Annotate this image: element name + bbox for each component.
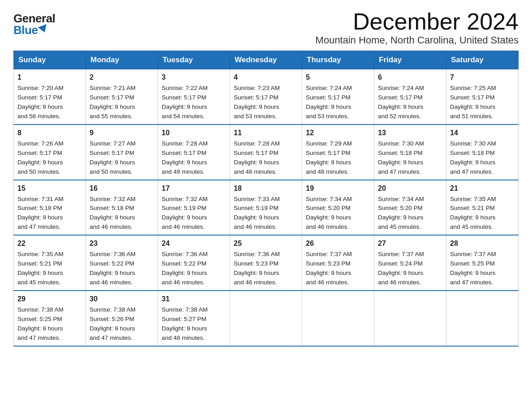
day-number: 21 — [450, 183, 515, 194]
day-info: Sunrise: 7:24 AMSunset: 5:17 PMDaylight:… — [306, 85, 352, 120]
day-info: Sunrise: 7:35 AMSunset: 5:21 PMDaylight:… — [17, 251, 64, 286]
logo-blue-text: Blue — [13, 24, 48, 36]
day-number: 9 — [90, 128, 154, 138]
calendar-cell: 5 Sunrise: 7:24 AMSunset: 5:17 PMDayligh… — [302, 69, 374, 124]
calendar-cell: 6 Sunrise: 7:24 AMSunset: 5:17 PMDayligh… — [374, 69, 446, 124]
day-info: Sunrise: 7:36 AMSunset: 5:23 PMDaylight:… — [234, 251, 280, 286]
day-number: 18 — [234, 183, 298, 194]
page-header: General Blue December 2024 Mountain Home… — [13, 9, 519, 46]
day-number: 17 — [162, 183, 226, 194]
day-info: Sunrise: 7:36 AMSunset: 5:22 PMDaylight:… — [90, 251, 136, 286]
calendar-cell: 27 Sunrise: 7:37 AMSunset: 5:24 PMDaylig… — [374, 235, 446, 291]
calendar-cell: 16 Sunrise: 7:32 AMSunset: 5:18 PMDaylig… — [86, 180, 158, 235]
calendar-cell: 20 Sunrise: 7:34 AMSunset: 5:20 PMDaylig… — [374, 180, 446, 235]
calendar-cell: 28 Sunrise: 7:37 AMSunset: 5:25 PMDaylig… — [446, 235, 519, 291]
calendar-cell: 25 Sunrise: 7:36 AMSunset: 5:23 PMDaylig… — [230, 235, 302, 291]
col-thursday: Thursday — [302, 51, 374, 69]
calendar-cell: 31 Sunrise: 7:38 AMSunset: 5:27 PMDaylig… — [158, 291, 230, 346]
day-number: 31 — [162, 294, 226, 304]
calendar-cell — [230, 291, 302, 346]
day-number: 30 — [90, 294, 154, 304]
day-number: 13 — [378, 128, 442, 138]
calendar-body: 1 Sunrise: 7:20 AMSunset: 5:17 PMDayligh… — [14, 69, 519, 346]
day-info: Sunrise: 7:32 AMSunset: 5:19 PMDaylight:… — [162, 196, 208, 231]
day-number: 28 — [450, 238, 515, 249]
calendar-week-row: 15 Sunrise: 7:31 AMSunset: 5:18 PMDaylig… — [14, 180, 519, 235]
calendar-cell: 7 Sunrise: 7:25 AMSunset: 5:17 PMDayligh… — [446, 69, 519, 124]
day-info: Sunrise: 7:36 AMSunset: 5:22 PMDaylight:… — [162, 251, 208, 286]
day-info: Sunrise: 7:29 AMSunset: 5:17 PMDaylight:… — [306, 140, 352, 175]
day-info: Sunrise: 7:30 AMSunset: 5:18 PMDaylight:… — [378, 140, 424, 175]
calendar-cell: 13 Sunrise: 7:30 AMSunset: 5:18 PMDaylig… — [374, 124, 446, 180]
day-info: Sunrise: 7:22 AMSunset: 5:17 PMDaylight:… — [162, 85, 208, 120]
day-number: 19 — [306, 183, 370, 194]
col-wednesday: Wednesday — [230, 51, 302, 69]
day-info: Sunrise: 7:31 AMSunset: 5:18 PMDaylight:… — [17, 196, 64, 231]
calendar-cell: 15 Sunrise: 7:31 AMSunset: 5:18 PMDaylig… — [14, 180, 86, 235]
calendar-cell: 18 Sunrise: 7:33 AMSunset: 5:19 PMDaylig… — [230, 180, 302, 235]
col-sunday: Sunday — [14, 51, 86, 69]
day-info: Sunrise: 7:20 AMSunset: 5:17 PMDaylight:… — [17, 85, 64, 120]
calendar-cell: 1 Sunrise: 7:20 AMSunset: 5:17 PMDayligh… — [14, 69, 86, 124]
day-number: 5 — [306, 72, 370, 83]
day-info: Sunrise: 7:37 AMSunset: 5:25 PMDaylight:… — [450, 251, 496, 286]
calendar-cell: 3 Sunrise: 7:22 AMSunset: 5:17 PMDayligh… — [158, 69, 230, 124]
col-friday: Friday — [374, 51, 446, 69]
day-number: 11 — [234, 128, 298, 138]
calendar-cell: 17 Sunrise: 7:32 AMSunset: 5:19 PMDaylig… — [158, 180, 230, 235]
calendar-cell: 11 Sunrise: 7:28 AMSunset: 5:17 PMDaylig… — [230, 124, 302, 180]
logo-general-text: General — [13, 13, 55, 24]
day-number: 8 — [17, 128, 82, 138]
day-number: 24 — [162, 238, 226, 249]
calendar-header: Sunday Monday Tuesday Wednesday Thursday… — [14, 51, 519, 69]
day-info: Sunrise: 7:33 AMSunset: 5:19 PMDaylight:… — [234, 196, 280, 231]
day-number: 1 — [17, 72, 82, 83]
day-number: 10 — [162, 128, 226, 138]
calendar-cell: 26 Sunrise: 7:37 AMSunset: 5:23 PMDaylig… — [302, 235, 374, 291]
day-number: 7 — [450, 72, 515, 83]
calendar-cell: 4 Sunrise: 7:23 AMSunset: 5:17 PMDayligh… — [230, 69, 302, 124]
title-block: December 2024 Mountain Home, North Carol… — [315, 9, 519, 46]
calendar-week-row: 8 Sunrise: 7:26 AMSunset: 5:17 PMDayligh… — [14, 124, 519, 180]
calendar-week-row: 22 Sunrise: 7:35 AMSunset: 5:21 PMDaylig… — [14, 235, 519, 291]
calendar-cell — [302, 291, 374, 346]
calendar-week-row: 29 Sunrise: 7:38 AMSunset: 5:25 PMDaylig… — [14, 291, 519, 346]
day-info: Sunrise: 7:28 AMSunset: 5:17 PMDaylight:… — [162, 140, 208, 175]
month-title: December 2024 — [315, 9, 519, 34]
day-number: 26 — [306, 238, 370, 249]
day-number: 22 — [17, 238, 82, 249]
day-info: Sunrise: 7:25 AMSunset: 5:17 PMDaylight:… — [450, 85, 496, 120]
calendar-cell: 30 Sunrise: 7:38 AMSunset: 5:26 PMDaylig… — [86, 291, 158, 346]
calendar-cell: 23 Sunrise: 7:36 AMSunset: 5:22 PMDaylig… — [86, 235, 158, 291]
calendar-cell: 22 Sunrise: 7:35 AMSunset: 5:21 PMDaylig… — [14, 235, 86, 291]
day-number: 15 — [17, 183, 82, 194]
col-tuesday: Tuesday — [158, 51, 230, 69]
day-number: 14 — [450, 128, 515, 138]
day-number: 20 — [378, 183, 442, 194]
day-number: 25 — [234, 238, 298, 249]
day-info: Sunrise: 7:37 AMSunset: 5:24 PMDaylight:… — [378, 251, 424, 286]
day-number: 16 — [90, 183, 154, 194]
location-title: Mountain Home, North Carolina, United St… — [315, 34, 519, 46]
day-info: Sunrise: 7:38 AMSunset: 5:26 PMDaylight:… — [90, 306, 136, 341]
calendar-cell: 8 Sunrise: 7:26 AMSunset: 5:17 PMDayligh… — [14, 124, 86, 180]
day-info: Sunrise: 7:26 AMSunset: 5:17 PMDaylight:… — [17, 140, 64, 175]
calendar-cell — [374, 291, 446, 346]
calendar-cell: 19 Sunrise: 7:34 AMSunset: 5:20 PMDaylig… — [302, 180, 374, 235]
day-info: Sunrise: 7:38 AMSunset: 5:25 PMDaylight:… — [17, 306, 64, 341]
day-number: 6 — [378, 72, 442, 83]
day-number: 23 — [90, 238, 154, 249]
day-info: Sunrise: 7:32 AMSunset: 5:18 PMDaylight:… — [90, 196, 136, 231]
day-info: Sunrise: 7:34 AMSunset: 5:20 PMDaylight:… — [306, 196, 352, 231]
day-info: Sunrise: 7:28 AMSunset: 5:17 PMDaylight:… — [234, 140, 280, 175]
calendar-week-row: 1 Sunrise: 7:20 AMSunset: 5:17 PMDayligh… — [14, 69, 519, 124]
header-row: Sunday Monday Tuesday Wednesday Thursday… — [14, 51, 519, 69]
day-number: 12 — [306, 128, 370, 138]
calendar-cell: 2 Sunrise: 7:21 AMSunset: 5:17 PMDayligh… — [86, 69, 158, 124]
calendar-cell: 29 Sunrise: 7:38 AMSunset: 5:25 PMDaylig… — [14, 291, 86, 346]
day-info: Sunrise: 7:38 AMSunset: 5:27 PMDaylight:… — [162, 306, 208, 341]
day-number: 29 — [17, 294, 82, 304]
col-saturday: Saturday — [446, 51, 519, 69]
day-info: Sunrise: 7:23 AMSunset: 5:17 PMDaylight:… — [234, 85, 280, 120]
logo-triangle-icon — [38, 24, 49, 34]
